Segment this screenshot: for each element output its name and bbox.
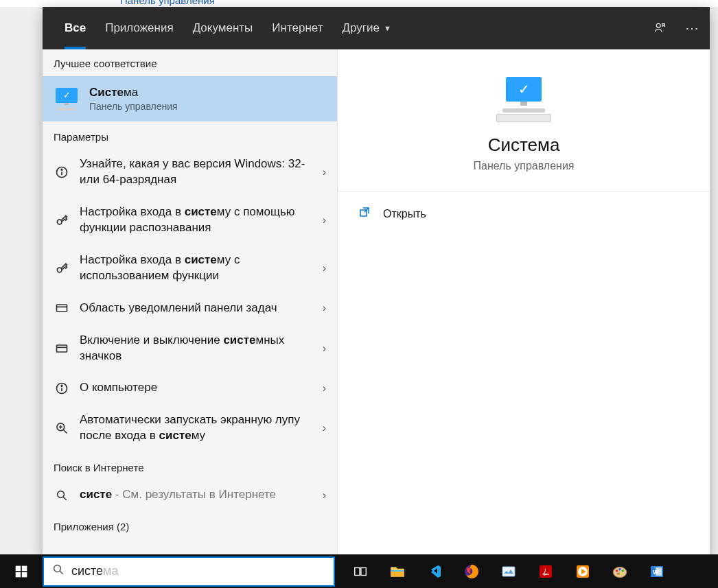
tab-apps[interactable]: Приложения — [95, 7, 183, 49]
web-search-text: систе - См. результаты в Интернете — [80, 487, 313, 503]
search-panel: Все Приложения Документы Интернет Другие… — [43, 7, 710, 554]
open-action[interactable]: Открыть — [338, 192, 710, 235]
info-icon — [54, 381, 70, 395]
settings-result-2[interactable]: Настройка входа в систему с использовани… — [43, 244, 337, 292]
start-button[interactable] — [0, 554, 43, 588]
panel-icon — [54, 301, 70, 315]
file-explorer-icon[interactable] — [379, 554, 416, 588]
svg-point-3 — [61, 169, 62, 170]
svg-point-4 — [57, 220, 62, 224]
result-text: Область уведомлений панели задач — [80, 301, 313, 316]
svg-point-17 — [58, 491, 65, 497]
taskbar-search-box[interactable]: система — [43, 556, 335, 587]
settings-result-4[interactable]: Включение и выключение системных значков… — [43, 325, 337, 373]
feedback-icon[interactable] — [652, 20, 669, 36]
svg-line-25 — [60, 571, 63, 574]
preview-title: Система — [488, 134, 560, 156]
result-text: Настройка входа в систему с помощью функ… — [80, 204, 313, 236]
chevron-right-icon: › — [323, 166, 326, 178]
background-window-fragment: Панель управления — [0, 0, 718, 7]
svg-point-38 — [622, 569, 624, 572]
svg-rect-20 — [16, 565, 21, 571]
svg-rect-22 — [16, 572, 21, 577]
adobe-reader-icon[interactable] — [527, 554, 564, 588]
svg-rect-8 — [57, 345, 67, 352]
media-player-icon[interactable] — [564, 554, 601, 588]
preview-header: ✓ Система Панель управления — [338, 49, 710, 192]
svg-rect-23 — [22, 572, 27, 577]
results-column: Лучшее соответствие ✓ Система Панель упр… — [43, 49, 338, 554]
tab-internet[interactable]: Интернет — [262, 7, 332, 49]
search-tabs-bar: Все Приложения Документы Интернет Другие… — [43, 7, 710, 49]
chevron-right-icon: › — [323, 422, 326, 434]
result-text: Узнайте, какая у вас версия Windows: 32-… — [80, 156, 313, 188]
taskbar-apps: W — [342, 554, 675, 588]
system-icon: ✓ — [54, 86, 80, 112]
search-input[interactable]: система — [71, 564, 325, 578]
settings-result-5[interactable]: О компьютере› — [43, 372, 337, 404]
best-match-item[interactable]: ✓ Система Панель управления — [43, 76, 337, 121]
svg-rect-26 — [355, 567, 360, 575]
tab-documents[interactable]: Документы — [183, 7, 263, 49]
svg-rect-21 — [22, 565, 27, 571]
best-match-subtitle: Панель управления — [89, 101, 178, 112]
svg-rect-31 — [502, 567, 515, 576]
tab-all[interactable]: Все — [55, 7, 95, 49]
result-text: О компьютере — [80, 380, 313, 396]
chevron-right-icon: › — [323, 214, 326, 226]
chevron-right-icon: › — [323, 262, 326, 274]
svg-rect-32 — [540, 565, 552, 578]
background-link: Панель управления — [120, 0, 215, 6]
info-icon — [54, 165, 70, 179]
settings-result-0[interactable]: Узнайте, какая у вас версия Windows: 32-… — [43, 148, 337, 196]
chevron-right-icon: › — [323, 302, 326, 314]
task-view-icon[interactable] — [342, 554, 379, 588]
svg-point-5 — [57, 268, 62, 272]
result-text: Включение и выключение системных значков — [80, 333, 313, 364]
section-settings: Параметры — [43, 121, 337, 148]
open-label: Открыть — [383, 208, 426, 220]
zoom-icon — [54, 421, 70, 435]
key-icon — [54, 261, 70, 275]
preview-system-icon: ✓ — [496, 77, 551, 122]
image-viewer-icon[interactable] — [490, 554, 527, 588]
chevron-right-icon: › — [323, 342, 326, 355]
svg-point-40 — [617, 572, 620, 574]
paint-icon[interactable] — [601, 554, 638, 588]
open-icon — [358, 206, 371, 222]
result-text: Настройка входа в систему с использовани… — [80, 252, 313, 284]
best-match-title: Система — [89, 86, 178, 99]
svg-point-37 — [618, 568, 621, 570]
web-search-result[interactable]: систе - См. результаты в Интернете › — [43, 479, 337, 511]
section-apps: Приложения (2) — [43, 511, 337, 538]
svg-point-39 — [620, 572, 622, 574]
chevron-down-icon: ▼ — [384, 24, 391, 32]
settings-result-1[interactable]: Настройка входа в систему с помощью функ… — [43, 196, 337, 244]
chevron-right-icon: › — [323, 489, 326, 502]
settings-result-3[interactable]: Область уведомлений панели задач› — [43, 292, 337, 325]
result-text: Автоматически запускать экранную лупу по… — [80, 412, 313, 444]
section-best-match: Лучшее соответствие — [43, 49, 337, 76]
svg-rect-29 — [391, 569, 404, 571]
section-web-search: Поиск в Интернете — [43, 452, 337, 479]
preview-column: ✓ Система Панель управления Открыть — [338, 49, 710, 554]
key-icon — [54, 213, 70, 227]
preview-subtitle: Панель управления — [474, 160, 575, 172]
svg-line-14 — [64, 430, 67, 434]
panel-icon — [54, 342, 70, 355]
settings-result-6[interactable]: Автоматически запускать экранную лупу по… — [43, 404, 337, 452]
chevron-right-icon: › — [323, 382, 326, 395]
svg-text:W: W — [653, 569, 659, 576]
tab-more[interactable]: Другие▼ — [332, 7, 400, 49]
svg-point-12 — [61, 385, 62, 386]
svg-point-36 — [616, 569, 618, 572]
svg-line-18 — [63, 497, 67, 500]
svg-point-0 — [656, 23, 660, 27]
svg-rect-27 — [361, 567, 366, 575]
search-icon — [52, 563, 65, 579]
vscode-icon[interactable] — [416, 554, 453, 588]
more-options-icon[interactable]: ⋯ — [684, 20, 700, 36]
firefox-icon[interactable] — [453, 554, 490, 588]
word-icon[interactable]: W — [638, 554, 675, 588]
search-icon — [54, 489, 70, 502]
